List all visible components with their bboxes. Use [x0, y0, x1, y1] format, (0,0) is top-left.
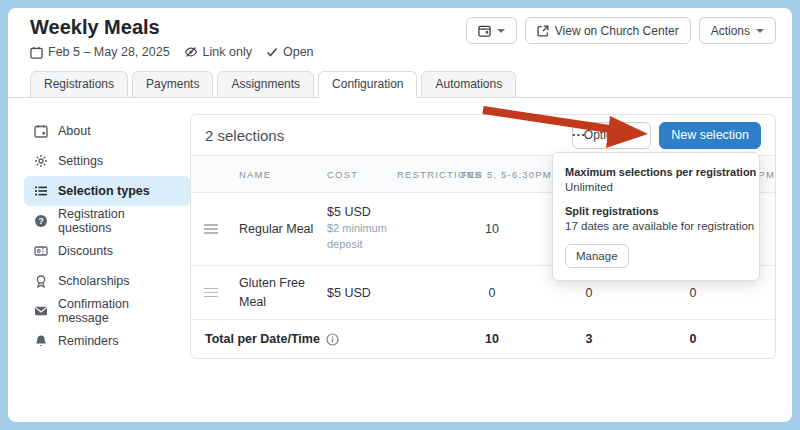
capacity-value: 0	[447, 286, 537, 300]
chevron-down-icon	[756, 29, 764, 33]
info-icon[interactable]	[326, 333, 339, 346]
award-icon	[33, 274, 48, 289]
total-label: Total per Date/Time	[205, 332, 320, 346]
tab-bar: Registrations Payments Assignments Confi…	[30, 71, 516, 98]
total-value: 0	[641, 332, 745, 346]
selection-name[interactable]: Gluten Free Meal	[231, 274, 319, 312]
panel-header: 2 selections Options New selection	[191, 115, 775, 155]
sidebar-item-reminders[interactable]: Reminders	[24, 326, 190, 356]
total-row: Total per Date/Time 10 3 0	[191, 320, 775, 358]
chevron-up-icon	[631, 133, 639, 137]
max-selections-value: Unlimited	[565, 181, 747, 193]
calendar-icon	[33, 124, 48, 139]
sidebar-item-discounts[interactable]: Discounts	[24, 236, 190, 266]
tab-payments[interactable]: Payments	[132, 71, 213, 98]
app-page: Weekly Meals Feb 5 – May 28, 2025 Link o…	[8, 8, 792, 422]
bell-icon	[33, 334, 48, 349]
selection-cost: $5 USD $2 minimum deposit	[319, 205, 389, 253]
open-status: Open	[266, 45, 314, 59]
date-range: Feb 5 – May 28, 2025	[30, 45, 170, 59]
tab-registrations[interactable]: Registrations	[30, 71, 128, 98]
options-popover: Maximum selections per registration Unli…	[552, 152, 760, 281]
actions-button[interactable]: Actions	[699, 17, 776, 44]
capacity-value: 10	[447, 222, 537, 236]
gear-icon	[33, 154, 48, 169]
total-value: 10	[447, 332, 537, 346]
column-name: NAME	[231, 169, 319, 180]
coupon-icon	[33, 244, 48, 259]
calendar-icon	[478, 24, 491, 37]
chevron-down-icon	[497, 29, 505, 33]
new-selection-button[interactable]: New selection	[659, 122, 761, 149]
column-date-1: FEB 5, 5-6:30PM	[447, 169, 537, 180]
cost-note: $2 minimum deposit	[327, 221, 389, 253]
sidebar-item-about[interactable]: About	[24, 116, 190, 146]
manage-button[interactable]: Manage	[565, 244, 629, 268]
drag-handle-icon[interactable]	[191, 288, 231, 298]
event-meta: Feb 5 – May 28, 2025 Link only Open	[30, 45, 314, 59]
capacity-value: 0	[537, 286, 641, 300]
split-registrations-heading: Split registrations	[565, 205, 747, 217]
question-circle-icon: ?	[33, 214, 48, 229]
tab-automations[interactable]: Automations	[421, 71, 516, 98]
sidebar-item-confirmation-message[interactable]: Confirmation message	[24, 296, 190, 326]
sidebar-item-registration-questions[interactable]: ? Registration questions	[24, 206, 190, 236]
total-value: 3	[537, 332, 641, 346]
selection-cost: $5 USD	[319, 286, 389, 300]
obscured-ellipsis: ...	[572, 124, 586, 139]
envelope-icon	[33, 304, 48, 319]
column-restrictions: RESTRICTIONS	[389, 169, 447, 180]
eye-icon	[184, 45, 198, 59]
selection-name[interactable]: Regular Meal	[231, 220, 319, 239]
column-cost: COST	[319, 169, 389, 180]
sidebar-item-settings[interactable]: Settings	[24, 146, 190, 176]
drag-handle-icon[interactable]	[191, 224, 231, 234]
calendar-dropdown-button[interactable]	[466, 17, 517, 44]
sidebar-item-scholarships[interactable]: Scholarships	[24, 266, 190, 296]
visibility: Link only	[184, 45, 252, 59]
svg-text:?: ?	[38, 216, 43, 226]
screenshot-frame: Weekly Meals Feb 5 – May 28, 2025 Link o…	[0, 0, 800, 430]
external-link-icon	[537, 25, 549, 37]
capacity-value: 0	[641, 286, 745, 300]
list-icon	[33, 184, 48, 199]
selections-count: 2 selections	[205, 127, 572, 144]
max-selections-heading: Maximum selections per registration	[565, 166, 747, 178]
config-sidebar: About Settings Selection types ? Registr…	[24, 116, 190, 356]
toolbar: View on Church Center Actions	[466, 17, 776, 44]
check-icon	[266, 46, 278, 58]
split-registrations-value: 17 dates are available for registration	[565, 220, 747, 232]
view-on-church-center-button[interactable]: View on Church Center	[525, 17, 691, 44]
tab-assignments[interactable]: Assignments	[217, 71, 314, 98]
calendar-icon	[30, 46, 43, 59]
sidebar-item-selection-types[interactable]: Selection types	[24, 176, 190, 206]
page-title: Weekly Meals	[30, 16, 160, 39]
tab-configuration[interactable]: Configuration	[318, 71, 417, 98]
